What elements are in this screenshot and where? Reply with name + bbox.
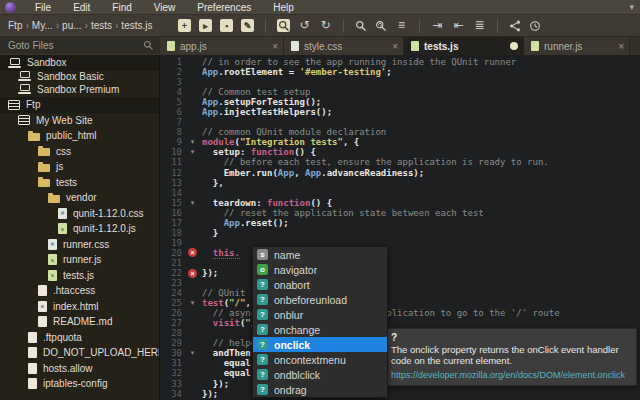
autocomplete-item-ondrag[interactable]: ?ondrag	[253, 382, 387, 397]
tab-close-icon[interactable]: ×	[604, 41, 624, 52]
autocomplete-item-name[interactable]: sname	[253, 247, 387, 262]
undo-icon[interactable]: ↺	[298, 19, 311, 32]
tree-item-runner-css[interactable]: #runner.css	[0, 237, 159, 253]
breadcrumb-segment[interactable]: tests	[91, 20, 112, 31]
tree-item-do-not-upload-here[interactable]: DO_NOT_UPLOAD_HERE	[0, 345, 159, 361]
indent-left-icon[interactable]: ⇤	[452, 19, 465, 32]
autocomplete-item-onblur[interactable]: ?onblur	[253, 307, 387, 322]
tree-item-label: README.md	[53, 316, 112, 327]
preview-icon[interactable]	[277, 19, 290, 32]
tree-item-label: css	[56, 146, 71, 157]
menu-view[interactable]: View	[143, 2, 187, 13]
menu-find[interactable]: Find	[101, 2, 142, 13]
toolbar-separator	[419, 19, 420, 33]
menu-edit[interactable]: Edit	[62, 2, 101, 13]
autocomplete-item-onchange[interactable]: ?onchange	[253, 322, 387, 337]
breadcrumb: Ftp›My...›pu...›tests›tests.js	[0, 20, 160, 31]
tree-item-readme-md[interactable]: README.md	[0, 314, 159, 330]
js-file-icon: s	[58, 223, 67, 234]
fold-arrow-icon[interactable]: ▾	[185, 199, 200, 207]
tree-item-qunit-1-12-0-css[interactable]: #qunit-1.12.0.css	[0, 206, 159, 222]
tree-item-sandbox[interactable]: Sandbox	[0, 55, 159, 71]
tree-item-js[interactable]: js	[0, 159, 159, 175]
save-icon[interactable]: ▪	[220, 19, 233, 32]
find-replace-icon[interactable]	[375, 20, 387, 32]
goto-line-icon[interactable]: ≡	[395, 19, 408, 32]
line-number: 33	[160, 379, 185, 389]
open-file-icon[interactable]: ▸	[199, 19, 212, 32]
tab-tests.js[interactable]: tests.js	[404, 37, 524, 55]
autocomplete-item-oncontextmenu[interactable]: ?oncontextmenu	[253, 352, 387, 367]
save-as-icon[interactable]: ✎	[241, 19, 254, 32]
fold-arrow-icon[interactable]: ▾	[185, 138, 200, 146]
menu-help[interactable]: Help	[262, 2, 305, 13]
menu-preferences[interactable]: Preferences	[186, 2, 262, 13]
tree-item-public-html[interactable]: public_html	[0, 128, 159, 144]
breadcrumb-segment[interactable]: My...	[32, 20, 53, 31]
share-icon[interactable]	[509, 20, 521, 32]
file-file-icon	[38, 316, 47, 327]
chevron-down-icon[interactable]: ▾	[629, 2, 634, 12]
tab-close-icon[interactable]: ×	[258, 41, 278, 52]
breadcrumb-segment[interactable]: tests.js	[121, 20, 152, 31]
fold-arrow-icon[interactable]: ▾	[185, 299, 200, 307]
menu-file[interactable]: File	[24, 2, 62, 13]
tooltip-question-icon: ?	[391, 332, 629, 343]
toolbar-separator	[265, 19, 266, 33]
tree-item-vendor[interactable]: vendor	[0, 190, 159, 206]
line-number: 9	[160, 137, 185, 147]
autocomplete-item-onbeforeunload[interactable]: ?onbeforeunload	[253, 292, 387, 307]
redo-icon[interactable]: ↻	[319, 19, 332, 32]
error-icon: ×	[188, 248, 197, 257]
breadcrumb-segment[interactable]: Ftp	[8, 20, 22, 31]
tree-item-label: Sandbox Basic	[37, 71, 104, 82]
tree-item--htaccess[interactable]: .htaccess	[0, 283, 159, 299]
code-line: 3	[160, 77, 640, 87]
goto-files-input[interactable]: Goto Files	[0, 37, 160, 55]
code-text: this.	[200, 248, 240, 258]
autocomplete-item-onclick[interactable]: ?onclick	[253, 337, 387, 352]
tab-app.js[interactable]: app.js×	[160, 37, 284, 55]
app-logo-icon[interactable]	[5, 2, 16, 13]
history-icon[interactable]	[529, 20, 541, 32]
tree-item-index-html[interactable]: eindex.html	[0, 299, 159, 315]
find-icon[interactable]	[355, 20, 367, 32]
tree-item-label: My Web Site	[36, 115, 93, 126]
line-number: 8	[160, 127, 185, 137]
code-text: // reset the application state between e…	[200, 208, 484, 218]
code-line: 21	[160, 258, 640, 268]
line-number: 27	[160, 318, 185, 328]
tree-item-label: Ftp	[26, 99, 40, 110]
tree-item-sandbox-premium[interactable]: Sandbox Premium	[0, 82, 159, 98]
tree-item--ftpquota[interactable]: .ftpquota	[0, 330, 159, 346]
autocomplete-item-onabort[interactable]: ?onabort	[253, 277, 387, 292]
docs-link[interactable]: https://developer.mozilla.org/en/docs/DO…	[391, 370, 629, 380]
tree-item-iptables-config[interactable]: iptables-config	[0, 376, 159, 392]
tab-close-icon[interactable]: ×	[378, 41, 398, 52]
tree-item-css[interactable]: css	[0, 144, 159, 160]
fold-arrow-icon[interactable]: ▾	[185, 148, 200, 156]
fold-arrow-icon[interactable]: ▾	[185, 349, 200, 357]
code-line: 5App.setupForTesting();	[160, 97, 640, 107]
tree-item-ftp[interactable]: Ftp	[0, 97, 159, 113]
js-file-icon	[531, 41, 539, 51]
indent-right-icon[interactable]: ⇥	[431, 19, 444, 32]
tree-item-my-web-site[interactable]: My Web Site	[0, 113, 159, 129]
tree-item-tests[interactable]: tests	[0, 175, 159, 191]
tree-item-label: tests	[56, 177, 77, 188]
autocomplete-item-ondblclick[interactable]: ?ondblclick	[253, 367, 387, 382]
tree-item-runner-js[interactable]: srunner.js	[0, 252, 159, 268]
laptop-icon	[18, 84, 31, 95]
autocomplete-item-navigator[interactable]: onavigator	[253, 262, 387, 277]
new-file-icon[interactable]: +	[178, 19, 191, 32]
tree-item-hosts-allow[interactable]: hosts.allow	[0, 361, 159, 377]
tree-item-sandbox-basic[interactable]: Sandbox Basic	[0, 71, 159, 82]
tree-item-qunit-1-12-0-js[interactable]: squnit-1.12.0.js	[0, 221, 159, 237]
tab-style.css[interactable]: style.css×	[284, 37, 404, 55]
tab-runner.js[interactable]: runner.js×	[524, 37, 630, 55]
tree-item-tests-js[interactable]: stests.js	[0, 268, 159, 284]
tab-settings-icon[interactable]: ≣	[473, 19, 486, 32]
breadcrumb-segment[interactable]: pu...	[62, 20, 81, 31]
autocomplete-label: oncontextmenu	[274, 354, 346, 366]
line-number: 6	[160, 107, 185, 117]
